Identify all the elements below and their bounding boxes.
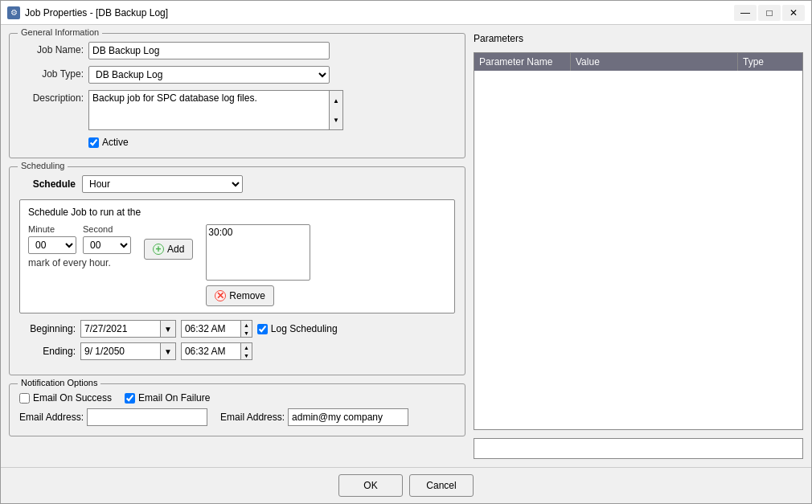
content-area: General Information Job Name: Job Type: …	[1, 25, 811, 467]
job-type-row: Job Type: DB Backup Log	[19, 66, 455, 84]
beginning-time-input[interactable]	[181, 320, 241, 338]
description-wrapper: Backup job for SPC database log files. ▲…	[88, 90, 343, 130]
ok-button[interactable]: OK	[338, 474, 403, 497]
active-label: Active	[102, 137, 129, 148]
beginning-time-wrapper: ▲ ▼	[181, 320, 252, 338]
notification-section: Notification Options Email On Success Em…	[9, 383, 465, 436]
log-scheduling-label: Log Scheduling	[271, 323, 338, 334]
email-label-2: Email Address:	[220, 412, 285, 423]
description-row: Description: Backup job for SPC database…	[19, 90, 455, 130]
description-scrollbar: ▲ ▼	[330, 90, 343, 130]
ending-date-input[interactable]	[80, 342, 161, 360]
every-hour-text: mark of every hour.	[28, 257, 131, 268]
schedule-inner: Minute 00 15 30 45 Second	[28, 224, 446, 306]
remove-icon: ✕	[215, 290, 226, 301]
cancel-button[interactable]: Cancel	[409, 474, 474, 497]
description-label: Description:	[19, 90, 84, 104]
general-info-label: General Information	[18, 27, 102, 37]
job-name-input[interactable]	[88, 42, 330, 59]
parameters-table: Parameter Name Value Type	[474, 52, 803, 430]
minute-group: Minute 00 15 30 45	[28, 224, 76, 254]
schedule-box: Schedule Job to run at the Minute 00 15 …	[19, 199, 455, 313]
window-icon: ⚙	[7, 6, 20, 19]
email-group-2: Email Address:	[220, 408, 408, 426]
job-name-row: Job Name:	[19, 42, 455, 59]
beginning-time-spin: ▲ ▼	[241, 320, 252, 338]
scheduling-label: Scheduling	[18, 161, 68, 170]
minute-label: Minute	[28, 224, 76, 234]
beginning-date-input[interactable]	[80, 320, 161, 338]
schedule-box-title: Schedule Job to run at the	[28, 207, 446, 218]
ending-spin-up[interactable]: ▲	[241, 343, 252, 351]
beginning-row: Beginning: ▼ ▲ ▼ Log Schedul	[19, 320, 455, 338]
beginning-date-btn[interactable]: ▼	[161, 320, 176, 338]
description-input[interactable]: Backup job for SPC database log files.	[88, 90, 330, 130]
remove-label: Remove	[229, 290, 265, 301]
ending-date-wrapper: ▼	[80, 342, 176, 360]
email-failure-group: Email On Failure	[125, 392, 210, 404]
email-success-label: Email On Success	[33, 392, 112, 404]
title-bar: ⚙ Job Properties - [DB Backup Log] — □ ✕	[1, 1, 811, 25]
email-failure-label: Email On Failure	[138, 392, 210, 404]
second-label: Second	[83, 224, 131, 234]
general-info-section: General Information Job Name: Job Type: …	[9, 33, 465, 158]
active-checkbox[interactable]	[88, 137, 99, 148]
bottom-bar: OK Cancel	[1, 467, 811, 503]
main-window: ⚙ Job Properties - [DB Backup Log] — □ ✕…	[0, 0, 812, 504]
email-input-1[interactable]	[87, 408, 207, 426]
scroll-up-button[interactable]: ▲	[330, 91, 342, 110]
email-address-row: Email Address: Email Address:	[19, 408, 455, 426]
email-group-1: Email Address:	[19, 408, 207, 426]
beginning-spin-down[interactable]: ▼	[241, 329, 252, 337]
scroll-down-button[interactable]: ▼	[330, 110, 342, 129]
minute-second-group: Minute 00 15 30 45 Second	[28, 224, 131, 268]
minute-select[interactable]: 00 15 30 45	[28, 236, 76, 254]
job-type-label: Job Type:	[19, 66, 84, 80]
window-title: Job Properties - [DB Backup Log]	[25, 7, 734, 18]
params-body	[474, 71, 802, 426]
add-icon: +	[153, 244, 164, 255]
ms-inputs: Minute 00 15 30 45 Second	[28, 224, 131, 254]
ending-label: Ending:	[19, 346, 76, 357]
params-header: Parameter Name Value Type	[474, 53, 802, 71]
minimize-button[interactable]: —	[734, 5, 757, 21]
log-scheduling-checkbox[interactable]	[257, 324, 268, 334]
time-list-group: 30:00 ✕ Remove	[206, 224, 310, 306]
time-list[interactable]: 30:00	[206, 224, 310, 281]
ending-time-spin: ▲ ▼	[241, 342, 252, 360]
email-failure-checkbox[interactable]	[125, 393, 135, 404]
second-group: Second 00 30	[83, 224, 131, 254]
second-select[interactable]: 00 30	[83, 236, 131, 254]
schedule-select[interactable]: Hour Day Week Month	[82, 175, 243, 193]
param-type-col-header: Type	[738, 53, 802, 71]
schedule-field-label: Schedule	[19, 178, 76, 190]
param-name-col-header: Parameter Name	[474, 53, 571, 71]
maximize-button[interactable]: □	[758, 5, 781, 21]
job-type-select[interactable]: DB Backup Log	[88, 66, 330, 84]
active-row: Active	[88, 137, 455, 148]
scheduling-section: Scheduling Schedule Hour Day Week Month …	[9, 166, 465, 375]
job-name-label: Job Name:	[19, 42, 84, 55]
add-button[interactable]: + Add	[144, 239, 193, 260]
right-panel: Parameters Parameter Name Value Type	[474, 33, 803, 459]
email-label-1: Email Address:	[19, 412, 84, 423]
close-button[interactable]: ✕	[782, 5, 805, 21]
notification-checks-row: Email On Success Email On Failure	[19, 392, 455, 404]
beginning-spin-up[interactable]: ▲	[241, 321, 252, 329]
notification-section-label: Notification Options	[18, 378, 100, 387]
params-input-bar[interactable]	[474, 438, 803, 459]
beginning-date-wrapper: ▼	[80, 320, 176, 338]
remove-button[interactable]: ✕ Remove	[206, 285, 274, 306]
email-success-checkbox[interactable]	[19, 393, 30, 404]
add-label: Add	[167, 244, 184, 255]
schedule-select-row: Schedule Hour Day Week Month	[19, 175, 455, 193]
left-panel: General Information Job Name: Job Type: …	[9, 33, 465, 459]
log-scheduling-group: Log Scheduling	[257, 323, 338, 334]
ending-time-input[interactable]	[181, 342, 241, 360]
param-value-col-header: Value	[571, 53, 738, 71]
ending-spin-down[interactable]: ▼	[241, 351, 252, 359]
ending-date-btn[interactable]: ▼	[161, 342, 176, 360]
title-bar-buttons: — □ ✕	[734, 5, 805, 21]
email-input-2[interactable]	[288, 408, 408, 426]
beginning-label: Beginning:	[19, 323, 76, 334]
